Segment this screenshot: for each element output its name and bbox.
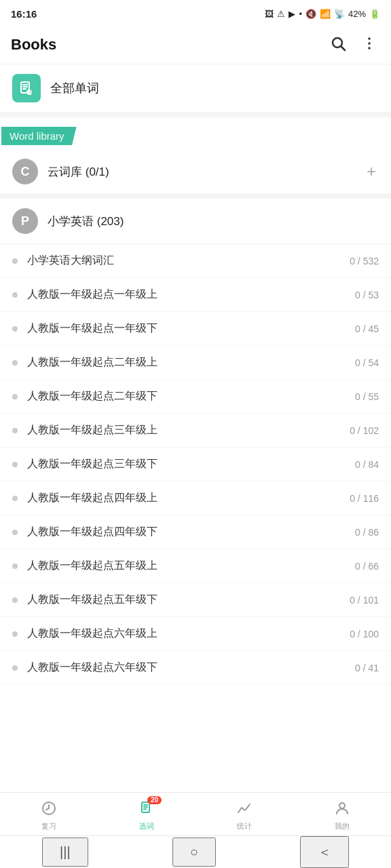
item-name: 人教版一年级起点三年级上: [27, 423, 350, 437]
cloud-section-header[interactable]: C 云词库 (0/1) +: [0, 149, 391, 195]
item-count: 0 / 45: [355, 323, 379, 334]
nav-label-stats: 统计: [237, 821, 252, 831]
status-time: 16:16: [11, 8, 37, 20]
page-title: Books: [11, 36, 56, 54]
select-badge: 20: [147, 796, 162, 804]
item-name: 人教版一年级起点五年级上: [27, 559, 355, 573]
list-item[interactable]: 人教版一年级起点六年级上 0 / 100: [0, 617, 391, 651]
dot-icon: •: [299, 9, 302, 19]
nav-item-stats[interactable]: 统计: [224, 800, 265, 831]
dot-icon: [12, 496, 18, 501]
nav-label-profile: 我的: [335, 821, 350, 831]
cloud-library-section: C 云词库 (0/1) +: [0, 149, 391, 195]
all-words-row[interactable]: 全部单词: [0, 64, 391, 117]
item-count: 0 / 66: [355, 561, 379, 572]
primary-section-header[interactable]: P 小学英语 (203): [0, 199, 391, 244]
item-count: 0 / 53: [355, 290, 379, 300]
recent-apps-button[interactable]: |||: [42, 837, 88, 867]
item-count: 0 / 102: [350, 425, 379, 436]
top-bar-actions: [327, 33, 380, 57]
primary-avatar: P: [12, 208, 38, 234]
status-icons: 🖼 ⚠ ▶ • 🔇 📶 📡 42% 🔋: [265, 9, 380, 19]
alert-icon: ⚠: [277, 9, 285, 19]
home-button[interactable]: ○: [172, 837, 216, 867]
main-content: 全部单词 Word library C 云词库 (0/1) + P 小学英语 (…: [0, 64, 391, 868]
nav-item-select[interactable]: 20 选词: [126, 800, 167, 831]
search-button[interactable]: [327, 33, 349, 57]
youtube-icon: ▶: [288, 9, 295, 19]
nav-item-profile[interactable]: 我的: [322, 800, 362, 831]
list-item[interactable]: 人教版一年级起点二年级下 0 / 55: [0, 380, 391, 414]
item-name: 人教版一年级起点五年级下: [27, 593, 350, 607]
dot-icon: [12, 665, 18, 671]
stats-icon: [236, 800, 253, 819]
list-item[interactable]: 人教版一年级起点五年级上 0 / 66: [0, 549, 391, 583]
primary-section-title: 小学英语 (203): [48, 214, 379, 229]
item-count: 0 / 84: [355, 459, 379, 470]
list-item[interactable]: 人教版一年级起点三年级下 0 / 84: [0, 448, 391, 481]
item-name: 人教版一年级起点六年级上: [27, 627, 350, 641]
status-bar: 16:16 🖼 ⚠ ▶ • 🔇 📶 📡 42% 🔋: [0, 0, 391, 27]
list-item[interactable]: 人教版一年级起点二年级上 0 / 54: [0, 346, 391, 380]
add-cloud-button[interactable]: +: [364, 163, 379, 180]
all-words-label: 全部单词: [50, 80, 99, 96]
battery-icon: 🔋: [369, 9, 380, 19]
word-library-section: Word library C 云词库 (0/1) + P 小学英语 (203) …: [0, 117, 391, 685]
dot-icon: [12, 428, 18, 433]
item-count: 0 / 86: [355, 527, 379, 538]
top-bar: Books: [0, 27, 391, 64]
review-icon: [41, 800, 57, 819]
primary-library-section: P 小学英语 (203) 小学英语大纲词汇 0 / 532 人教版一年级起点一年…: [0, 199, 391, 685]
item-name: 人教版一年级起点一年级上: [27, 288, 355, 302]
dot-icon: [12, 292, 18, 298]
mute-icon: 🔇: [305, 9, 316, 19]
svg-point-4: [368, 47, 371, 50]
list-item[interactable]: 人教版一年级起点四年级下 0 / 86: [0, 515, 391, 549]
svg-point-15: [339, 803, 345, 808]
item-name: 人教版一年级起点二年级下: [27, 389, 355, 403]
svg-line-1: [341, 47, 346, 51]
dot-icon: [12, 530, 18, 535]
dot-icon: [12, 564, 18, 569]
list-item[interactable]: 人教版一年级起点三年级上 0 / 102: [0, 414, 391, 448]
list-item[interactable]: 人教版一年级起点一年级上 0 / 53: [0, 278, 391, 312]
nav-label-review: 复习: [41, 821, 56, 831]
item-name: 人教版一年级起点四年级下: [27, 525, 355, 539]
photo-icon: 🖼: [265, 9, 274, 19]
item-name: 人教版一年级起点三年级下: [27, 457, 355, 471]
dot-icon: [12, 258, 18, 264]
item-count: 0 / 55: [355, 391, 379, 402]
select-icon: 20: [138, 800, 155, 819]
svg-point-3: [368, 42, 371, 45]
battery-level: 42%: [348, 9, 366, 19]
word-library-banner: Word library: [1, 127, 77, 145]
back-button[interactable]: ＜: [300, 836, 349, 868]
nav-item-review[interactable]: 复习: [29, 800, 69, 831]
wifi-icon: 📶: [320, 9, 331, 19]
item-name: 人教版一年级起点二年级上: [27, 355, 355, 370]
list-item[interactable]: 人教版一年级起点一年级下 0 / 45: [0, 312, 391, 346]
dot-icon: [12, 360, 18, 366]
item-name: 人教版一年级起点四年级上: [27, 491, 350, 505]
more-button[interactable]: [358, 33, 380, 57]
cloud-avatar: C: [12, 159, 38, 184]
svg-point-2: [368, 37, 371, 40]
item-count: 0 / 101: [350, 595, 379, 606]
bottom-nav: 复习 20 选词 统计 我的: [0, 792, 391, 835]
list-item[interactable]: 人教版一年级起点六年级下 0 / 41: [0, 651, 391, 685]
android-nav: ||| ○ ＜: [0, 835, 391, 868]
item-count: 0 / 100: [350, 629, 379, 639]
dot-icon: [12, 597, 18, 603]
all-words-icon: [12, 74, 41, 102]
signal-icon: 📡: [334, 9, 345, 19]
item-count: 0 / 41: [355, 663, 379, 673]
list-item[interactable]: 人教版一年级起点四年级上 0 / 116: [0, 481, 391, 515]
list-item[interactable]: 人教版一年级起点五年级下 0 / 101: [0, 583, 391, 617]
item-count: 0 / 116: [350, 493, 379, 504]
profile-icon: [334, 800, 350, 819]
cloud-section-title: 云词库 (0/1): [48, 164, 364, 180]
list-item[interactable]: 小学英语大纲词汇 0 / 532: [0, 244, 391, 278]
dot-icon: [12, 326, 18, 332]
item-name: 人教版一年级起点一年级下: [27, 321, 355, 336]
item-name: 小学英语大纲词汇: [27, 254, 350, 268]
